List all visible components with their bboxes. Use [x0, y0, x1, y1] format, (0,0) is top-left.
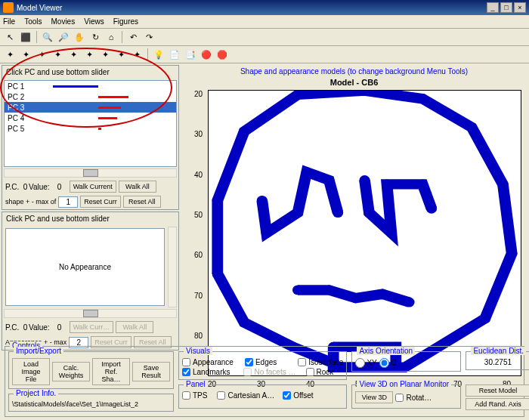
shape-max-input[interactable] [58, 196, 78, 208]
tps-checkbox[interactable] [182, 391, 190, 400]
rotat-checkbox[interactable] [395, 394, 404, 402]
svg-point-21 [323, 175, 334, 185]
chart-title: Model - CB6 [181, 78, 527, 87]
svg-point-20 [302, 167, 312, 177]
view3d-title: View 3D on Planar Monitor [357, 380, 451, 388]
ij-radio[interactable] [379, 358, 389, 368]
tool-2-icon[interactable]: ✦ [19, 48, 32, 61]
visuals-title: Visuals [184, 347, 212, 355]
value-value: 0 [52, 183, 67, 191]
cartesian-label: Cartesian A… [227, 391, 274, 400]
menu-tools[interactable]: Tools [24, 17, 42, 26]
load-image-button[interactable]: Load Image File [12, 358, 50, 385]
app-walk-curr-button[interactable]: Walk Curr… [70, 321, 114, 333]
chart-link[interactable]: Shape and appearance models (to change b… [181, 65, 527, 78]
no-appearance-box: No Appearance [5, 228, 165, 306]
menu-figures[interactable]: Figures [113, 17, 138, 26]
pc-panel-title: Click PC and use bottom slider [2, 66, 178, 79]
pc-label: P.C. [5, 183, 19, 191]
pointer-icon[interactable]: ↖ [3, 30, 17, 44]
pc-list[interactable]: PC 1PC 2PC 3PC 4PC 5 [4, 80, 177, 167]
tool-6-icon[interactable]: ✦ [82, 48, 96, 61]
pc-row[interactable]: PC 4 [5, 113, 176, 123]
pc-row[interactable]: PC 2 [5, 91, 176, 102]
offset-checkbox[interactable] [283, 391, 291, 400]
menu-views[interactable]: Views [84, 17, 104, 26]
tool-5-icon[interactable]: ✦ [67, 48, 80, 61]
zoom-in-icon[interactable]: 🔍 [41, 30, 54, 44]
project-path: \StatisticalModels\face\Set_1\ImageList_… [12, 400, 138, 408]
minimize-button[interactable]: _ [487, 2, 499, 13]
undo-icon[interactable]: ↶ [126, 30, 140, 44]
pc-row[interactable]: PC 5 [5, 123, 176, 134]
record-icon[interactable]: 🔴 [200, 48, 213, 61]
svg-point-6 [466, 122, 477, 132]
tps-label: TPS [193, 391, 207, 400]
save-result-button[interactable]: Save Result [132, 362, 170, 381]
reset-all-button[interactable]: Reset All [123, 196, 161, 208]
app-panel-title: Click PC and use bottom slider [2, 212, 178, 225]
xy-radio[interactable] [355, 358, 365, 368]
shape-label: shape + - max of [5, 198, 56, 205]
app-vscroll[interactable] [168, 227, 177, 307]
isosurface-checkbox[interactable] [298, 358, 306, 366]
landmarks-checkbox[interactable] [182, 368, 190, 376]
redo-icon[interactable]: ↷ [142, 30, 156, 44]
svg-point-33 [404, 298, 414, 307]
close-button[interactable]: × [514, 2, 526, 13]
svg-point-24 [363, 208, 374, 218]
tool-9-icon[interactable]: ✦ [130, 48, 144, 61]
import-ref-button[interactable]: Import Ref. Sha… [92, 358, 130, 385]
visuals-group: Visuals Appearance Edges Isosurface Land… [178, 351, 347, 380]
add-rand-axis-button[interactable]: Add Rand. Axis [466, 398, 529, 410]
reset-model-button[interactable]: Reset Model [466, 384, 529, 397]
appearance-panel: Click PC and use bottom slider No Appear… [2, 212, 179, 351]
project-info-group: Project Info. \StatisticalModels\face\Se… [8, 394, 174, 412]
appearance-checkbox[interactable] [182, 358, 190, 366]
reset-curr-button[interactable]: Reset Curr [80, 196, 121, 208]
walk-all-button[interactable]: Walk All [119, 181, 156, 193]
menu-file[interactable]: File [3, 17, 15, 26]
cartesian-checkbox[interactable] [217, 391, 225, 400]
euclidean-value: 30.2751 [484, 358, 512, 366]
tool-8-icon[interactable]: ✦ [114, 48, 128, 61]
rotat-label: Rotat… [406, 394, 432, 402]
svg-point-32 [377, 289, 388, 299]
rock-checkbox[interactable] [306, 368, 314, 376]
plot [208, 90, 521, 376]
edges-checkbox[interactable] [245, 358, 253, 366]
tool-1-icon[interactable]: ✦ [3, 48, 17, 61]
bulb-icon[interactable]: 💡 [152, 48, 166, 61]
walk-current-button[interactable]: Walk Current [70, 181, 116, 193]
svg-point-16 [212, 269, 223, 279]
doc-icon[interactable]: 📄 [168, 48, 181, 61]
tool-3-icon[interactable]: ✦ [35, 48, 48, 61]
docs-icon[interactable]: 📑 [184, 48, 197, 61]
view3d-button[interactable]: View 3D [355, 391, 393, 403]
tool-4-icon[interactable]: ✦ [51, 48, 64, 61]
home-icon[interactable]: ⌂ [104, 30, 118, 44]
svg-point-23 [359, 175, 370, 185]
calc-weights-button[interactable]: Calc. Weights [52, 362, 90, 381]
landmarks-label: Landmarks [193, 368, 230, 376]
menu-movies[interactable]: Movies [51, 17, 75, 26]
controls-group: Controls Import/Export Load Image File C… [5, 346, 524, 417]
pc-row[interactable]: PC 3 [5, 102, 176, 113]
toolbar-1: ↖ ⬛ 🔍 🔎 ✋ ↻ ⌂ ↶ ↷ [0, 29, 529, 46]
app-slider[interactable] [4, 309, 177, 318]
stop-icon[interactable]: 🛑 [215, 48, 229, 61]
tool-7-icon[interactable]: ✦ [98, 48, 112, 61]
window-titlebar: Model Viewer _ □ × [0, 0, 529, 15]
app-walk-all-button[interactable]: Walk All [116, 321, 153, 333]
maximize-button[interactable]: □ [500, 2, 512, 13]
rock-label: Rock [317, 368, 334, 376]
pc-value: 0 [23, 183, 28, 191]
zoom-out-icon[interactable]: 🔎 [57, 30, 70, 44]
rotate-icon[interactable]: ↻ [88, 30, 102, 44]
pan-icon[interactable]: ✋ [73, 30, 86, 44]
zoom-box-icon[interactable]: ⬛ [19, 30, 32, 44]
pc-row[interactable]: PC 1 [5, 81, 176, 91]
pc-slider[interactable] [4, 168, 177, 178]
window-title: Model Viewer [17, 4, 62, 12]
axis-orient-title: Axis Orientation [357, 347, 415, 355]
